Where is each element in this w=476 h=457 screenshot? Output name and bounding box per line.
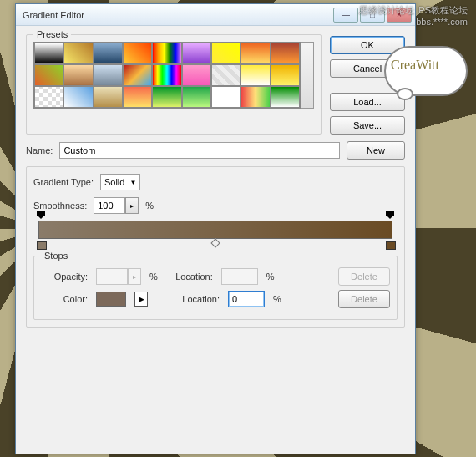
opacity-stop-left[interactable] [37,211,45,220]
preset-swatch[interactable] [271,43,300,64]
smoothness-input[interactable]: 100 [94,197,125,214]
color-picker-arrow-icon[interactable]: ▶ [134,292,148,307]
presets-group: Presets [26,34,322,135]
preset-swatch[interactable] [94,43,123,64]
location1-input [221,268,258,285]
location1-label: Location: [166,272,213,282]
preset-swatch[interactable] [152,86,181,108]
preset-swatch[interactable] [241,64,270,86]
save-button[interactable]: Save... [330,116,405,135]
preset-swatch[interactable] [63,86,93,108]
dialog-title: Gradient Editor [23,10,333,20]
preset-swatch[interactable] [211,43,241,64]
location1-unit: % [266,272,275,282]
preset-swatch[interactable] [94,86,123,108]
opacity-label: Opacity: [41,272,88,282]
stops-group: Stops Opacity: ▸ % Location: % Delete Co… [33,256,398,320]
location2-input[interactable]: 0 [228,291,265,307]
preset-swatch[interactable] [241,43,270,64]
opacity-stepper: ▸ [128,268,141,285]
smoothness-stepper[interactable]: ▸ [125,197,139,214]
preset-swatch[interactable] [123,43,152,64]
preset-swatch[interactable] [182,43,211,64]
watermark-text: 思缘设计论坛 PS教程论坛 bbs.****.com [359,4,468,27]
location2-label: Location: [173,294,220,304]
gradient-bar[interactable] [38,221,392,239]
gradient-editor-dialog: Gradient Editor — □ × Presets [15,3,416,454]
name-input[interactable]: Custom [59,142,340,159]
gradient-type-group: Gradient Type: Solid ▼ Smoothness: 100 ▸… [26,166,405,328]
stops-legend: Stops [41,251,71,261]
preset-swatch[interactable] [123,64,152,86]
opacity-input [96,268,128,285]
color-label: Color: [41,294,88,304]
opacity-unit: % [149,272,158,282]
delete-color-button: Delete [338,290,390,308]
gradient-type-select[interactable]: Solid ▼ [100,174,140,190]
brand-cloud: CreaWitt [384,46,468,104]
preset-swatch[interactable] [182,86,211,108]
preset-swatch[interactable] [152,43,181,64]
color-swatch[interactable] [96,292,126,307]
titlebar[interactable]: Gradient Editor — □ × [16,4,415,26]
presets-legend: Presets [33,29,71,39]
preset-swatch[interactable] [241,86,270,108]
name-label: Name: [26,145,53,155]
preset-swatch[interactable] [63,43,93,64]
color-stop-right[interactable] [386,240,394,250]
preset-swatch[interactable] [34,43,63,64]
opacity-stop-right[interactable] [386,211,394,220]
preset-swatch[interactable] [271,86,300,108]
preset-swatch[interactable] [34,64,63,86]
minimize-button[interactable]: — [333,8,358,23]
smoothness-label: Smoothness: [33,201,87,211]
delete-opacity-button: Delete [338,267,390,286]
new-button[interactable]: New [347,141,405,160]
preset-swatch[interactable] [63,64,93,86]
preset-swatch[interactable] [34,86,63,108]
presets-scrollbar[interactable] [301,42,314,109]
preset-swatch[interactable] [123,86,152,108]
preset-swatch[interactable] [182,64,211,86]
chevron-down-icon: ▼ [129,179,136,186]
gradient-type-label: Gradient Type: [33,177,94,187]
location2-unit: % [273,294,281,304]
color-stop-left[interactable] [37,240,45,250]
preset-swatch[interactable] [152,64,181,86]
smoothness-unit: % [145,201,154,211]
preset-swatch[interactable] [271,64,300,86]
preset-swatch[interactable] [211,64,241,86]
preset-swatch[interactable] [211,86,241,108]
preset-swatch[interactable] [94,64,123,86]
